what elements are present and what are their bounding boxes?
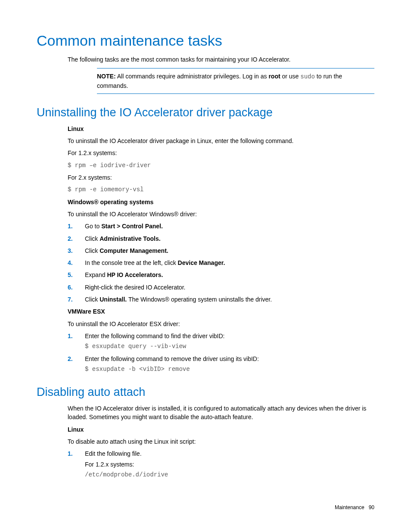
intro-block: The following tasks are the most common … (68, 55, 374, 94)
list-item: Click Uninstall. The Windows® operating … (68, 295, 374, 304)
windows-steps: Go to Start > Control Panel. Click Admin… (68, 222, 374, 304)
disable-linux-title: Linux (68, 425, 374, 434)
step-text: Enter the following command to remove th… (85, 355, 259, 362)
list-item: Right-click the desired IO Accelerator. (68, 283, 374, 292)
linux-title: Linux (68, 124, 374, 133)
note-pre: All commands require administrator privi… (116, 73, 269, 80)
step-pre: In the console tree at the left, click (85, 259, 178, 266)
note-root: root (268, 73, 280, 80)
step-pre: Go to (85, 223, 101, 230)
list-item: Enter the following command to remove th… (68, 355, 374, 374)
esx-intro: To uninstall the IO Accelerator ESX driv… (68, 320, 374, 328)
step-pre: Click (85, 235, 100, 242)
linux-for12: For 1.2.x systems: (68, 149, 374, 157)
step-cmd: $ esxupdate query --vib-view (85, 342, 374, 351)
step-cmd: $ esxupdate -b <vibID> remove (85, 365, 374, 373)
uninstall-block: Linux To uninstall the IO Accelerator dr… (68, 124, 374, 373)
disable-steps: Edit the following file. For 1.2.x syste… (68, 449, 374, 479)
linux-cmd12: $ rpm –e iodrive-driver (68, 161, 374, 170)
linux-for2: For 2.x systems: (68, 173, 374, 182)
document-page: Common maintenance tasks The following t… (0, 0, 411, 532)
disable-intro: When the IO Accelerator driver is instal… (68, 404, 374, 422)
heading-disable-auto-attach: Disabling auto attach (37, 386, 374, 399)
step-text: Enter the following command to find the … (85, 333, 225, 339)
heading-uninstall: Uninstalling the IO Accelerator driver p… (37, 106, 374, 119)
step-pre: Click (85, 296, 100, 303)
windows-title: Windows® operating systems (68, 198, 374, 206)
intro-text: The following tasks are the most common … (68, 55, 374, 64)
list-item: Click Computer Management. (68, 246, 374, 255)
step-bold: Device Manager. (178, 259, 225, 266)
list-item: In the console tree at the left, click D… (68, 258, 374, 267)
list-item: Enter the following command to find the … (68, 332, 374, 351)
windows-intro: To uninstall the IO Accelerator Windows®… (68, 210, 374, 218)
disable-linux-intro: To disable auto attach using the Linux i… (68, 437, 374, 446)
esx-steps: Enter the following command to find the … (68, 332, 374, 373)
step-post: The Windows® operating system uninstalls… (127, 296, 272, 303)
linux-intro: To uninstall the IO Accelerator driver p… (68, 137, 374, 145)
list-item: Expand HP IO Accelerators. (68, 271, 374, 279)
note-mid: or use (280, 73, 301, 80)
step-for12: For 1.2.x systems: (85, 460, 374, 469)
list-item: Go to Start > Control Panel. (68, 222, 374, 230)
note-box: NOTE: All commands require administrator… (97, 68, 374, 94)
step-text: Edit the following file. (85, 450, 142, 457)
footer-section: Maintenance (335, 504, 364, 510)
heading-common-maintenance: Common maintenance tasks (37, 32, 374, 49)
footer-page-number: 90 (369, 504, 374, 510)
step-pre: Expand (85, 271, 107, 278)
step-cmd: /etc/modprobe.d/iodrive (85, 470, 374, 479)
disable-block: When the IO Accelerator driver is instal… (68, 404, 374, 479)
page-footer: Maintenance90 (335, 504, 374, 510)
step-bold: Start > Control Panel. (101, 223, 163, 230)
step-bold: Computer Management. (100, 247, 168, 254)
list-item: Edit the following file. For 1.2.x syste… (68, 449, 374, 479)
step-bold: HP IO Accelerators. (107, 271, 163, 278)
step-full: Right-click the desired IO Accelerator. (85, 284, 185, 291)
note-label: NOTE: (97, 73, 116, 80)
step-bold: Uninstall. (100, 296, 127, 303)
list-item: Click Administrative Tools. (68, 234, 374, 243)
linux-cmd2: $ rpm -e iomemory-vsl (68, 185, 374, 194)
esx-title: VMWare ESX (68, 307, 374, 316)
note-code: sudo (300, 73, 315, 80)
step-pre: Click (85, 247, 100, 254)
step-bold: Administrative Tools. (100, 235, 160, 242)
